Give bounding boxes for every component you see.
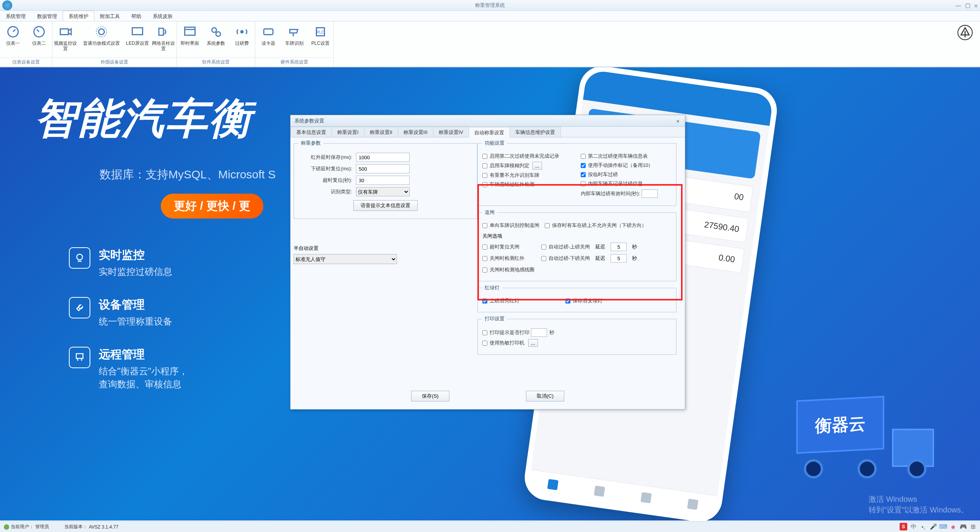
input-delay-down[interactable] bbox=[611, 254, 627, 263]
nav-icon bbox=[640, 492, 652, 503]
menu-help[interactable]: 帮助 bbox=[126, 11, 147, 21]
ribbon-footer: 硬件系统设置 bbox=[255, 57, 333, 67]
tray-dot-icon[interactable]: •, bbox=[920, 523, 927, 530]
tray-cn-icon[interactable]: 中 bbox=[910, 523, 917, 530]
tray-face-icon[interactable]: ☻ bbox=[949, 523, 957, 530]
title-bar: 称重管理系统 — ▢ ⨉ bbox=[0, 0, 980, 11]
tab-basic[interactable]: 基本信息设置 bbox=[291, 127, 332, 137]
input-ir-delay[interactable] bbox=[356, 153, 410, 162]
tab-weigh2[interactable]: 称重设置II bbox=[364, 127, 398, 137]
tray-mic-icon[interactable]: 🎤 bbox=[929, 523, 937, 530]
input-down-reset[interactable] bbox=[356, 164, 410, 173]
plate-fuzzy-more-button[interactable]: ... bbox=[532, 162, 542, 170]
ribbon-video[interactable]: 视频监控设置 bbox=[52, 21, 78, 57]
save-button[interactable]: 保存(S) bbox=[411, 391, 449, 401]
chk-second-unfinished[interactable] bbox=[482, 154, 487, 159]
input-internal-time[interactable] bbox=[642, 189, 658, 198]
menu-skin[interactable]: 系统皮肤 bbox=[147, 11, 178, 21]
wheel-icon bbox=[907, 459, 926, 478]
input-timeout-reset[interactable] bbox=[356, 176, 410, 185]
chk-auto-up-close[interactable] bbox=[541, 245, 546, 250]
window-buttons: — ▢ ⨉ bbox=[956, 2, 978, 9]
remote-icon bbox=[69, 347, 90, 368]
input-print-wait[interactable] bbox=[531, 328, 547, 337]
window-icon bbox=[183, 24, 197, 39]
chk-up-red[interactable] bbox=[482, 299, 487, 304]
status-bar: 当前用户：管理员 当前版本：AVSZ 3.1.4.77 bbox=[0, 521, 980, 532]
label-close-options: 关闸选项 bbox=[482, 233, 671, 240]
chk-internal-no-record[interactable] bbox=[581, 181, 586, 186]
hero-subtitle: 数据库：支持MySQL、Microsoft S bbox=[100, 167, 276, 183]
ribbon-instrument1[interactable]: 仪表一 bbox=[0, 21, 26, 57]
ribbon-led[interactable]: LED屏设置 bbox=[124, 21, 150, 57]
voice-text-settings-button[interactable]: 语音提示文本信息设置 bbox=[353, 200, 418, 211]
fieldset-func: 功能设置 启用第二次过磅使用未完成记录 启用车牌模糊判定 ... 有重量不允许识… bbox=[477, 140, 676, 206]
fieldset-weigh-params: 称重参数 红外延时保存(ms): 下磅延时复位(ms): 超时复位(秒): 识别… bbox=[294, 140, 477, 219]
feature-title: 设备管理 bbox=[99, 297, 172, 313]
svg-text:PLC: PLC bbox=[317, 30, 325, 34]
ribbon-footer: 外围设备设置 bbox=[52, 57, 176, 67]
chk-save-green[interactable] bbox=[565, 299, 570, 304]
tray-keyboard-icon[interactable]: ⌨ bbox=[939, 523, 947, 530]
gears-icon bbox=[209, 24, 223, 39]
select-semi-auto[interactable]: 标准无人值守 bbox=[294, 254, 397, 264]
chk-vehicle-ir[interactable] bbox=[482, 182, 487, 187]
chk-plate-fuzzy[interactable] bbox=[482, 163, 487, 168]
ribbon-label: 普通功放模式设置 bbox=[83, 41, 120, 46]
ribbon-label: 即时界面 bbox=[181, 41, 199, 46]
minimize-icon[interactable]: — bbox=[956, 2, 961, 9]
cancel-button[interactable]: 取消(C) bbox=[526, 391, 564, 401]
card-icon bbox=[261, 24, 276, 39]
chk-close-ir[interactable] bbox=[482, 256, 487, 261]
tray-game-icon[interactable]: 🎮 bbox=[959, 523, 967, 530]
legend: 道闸 bbox=[482, 209, 497, 216]
tab-vehicle-info[interactable]: 车辆信息维护设置 bbox=[510, 127, 561, 137]
dialog-footer: 保存(S) 取消(C) bbox=[291, 386, 685, 406]
tab-auto-weigh[interactable]: 自动称重设置 bbox=[469, 127, 510, 137]
ribbon-realtime[interactable]: 即时界面 bbox=[177, 21, 203, 57]
tray-ime-icon[interactable]: S bbox=[900, 523, 907, 530]
menu-data[interactable]: 数据管理 bbox=[31, 11, 63, 21]
chk-thermal[interactable] bbox=[482, 341, 487, 346]
select-rec-type[interactable]: 仅有车牌 bbox=[356, 187, 410, 196]
ribbon-plate[interactable]: 车牌识别 bbox=[281, 21, 307, 57]
ribbon-instrument2[interactable]: 仪表二 bbox=[26, 21, 52, 57]
dialog-titlebar: 系统参数设置 ⨉ bbox=[291, 115, 685, 127]
chk-temp-car[interactable] bbox=[581, 172, 586, 177]
menu-addon[interactable]: 附加工具 bbox=[94, 11, 126, 21]
maximize-icon[interactable]: ▢ bbox=[965, 2, 970, 9]
chk-second-use-info[interactable] bbox=[581, 154, 586, 159]
chk-single-plate-gate[interactable] bbox=[482, 223, 487, 228]
close-icon[interactable]: ⨉ bbox=[974, 2, 978, 9]
chk-timeout-close[interactable] bbox=[482, 245, 487, 250]
dialog-close-icon[interactable]: ⨉ bbox=[675, 118, 681, 124]
app-logo bbox=[2, 0, 12, 10]
chk-ask-print[interactable] bbox=[482, 330, 487, 335]
chk-manual-mark[interactable] bbox=[581, 163, 586, 168]
tab-weigh1[interactable]: 称重设置I bbox=[332, 127, 364, 137]
ribbon-fee[interactable]: 过磅费 bbox=[229, 21, 255, 57]
legend: 打印设置 bbox=[482, 315, 507, 322]
tab-weigh3[interactable]: 称重设置III bbox=[398, 127, 433, 137]
menu-maintain[interactable]: 系统维护 bbox=[63, 11, 94, 21]
dialog-body: 称重参数 红外延时保存(ms): 下磅延时复位(ms): 超时复位(秒): 识别… bbox=[291, 137, 685, 386]
svg-point-3 bbox=[99, 29, 105, 35]
ribbon-sysparam[interactable]: 系统参数 bbox=[203, 21, 229, 57]
ribbon-label: 系统参数 bbox=[207, 41, 225, 46]
chk-weight-no-plate[interactable] bbox=[482, 173, 487, 178]
label-ir-delay: 红外延时保存(ms): bbox=[299, 154, 356, 161]
thermal-more-button[interactable]: ... bbox=[528, 339, 538, 347]
menu-system[interactable]: 系统管理 bbox=[0, 11, 31, 21]
tab-weigh4[interactable]: 称重设置IV bbox=[433, 127, 469, 137]
ribbon-amp[interactable]: 普通功放模式设置 bbox=[78, 21, 124, 57]
ribbon-cardreader[interactable]: 读卡器 bbox=[255, 21, 281, 57]
ribbon-plc[interactable]: PLC PLC设置 bbox=[307, 21, 333, 57]
chk-no-close-on-save[interactable] bbox=[545, 223, 550, 228]
system-params-dialog: 系统参数设置 ⨉ 基本信息设置 称重设置I 称重设置II 称重设置III 称重设… bbox=[290, 115, 685, 410]
input-delay-up[interactable] bbox=[611, 243, 627, 251]
chk-auto-down-close[interactable] bbox=[541, 256, 546, 261]
ribbon-speaker[interactable]: 网络音柱设置 bbox=[150, 21, 176, 57]
label-down-reset: 下磅延时复位(ms): bbox=[299, 165, 356, 172]
tray-grid-icon[interactable]: ⊞ bbox=[969, 523, 977, 530]
chk-close-loop[interactable] bbox=[482, 268, 487, 273]
